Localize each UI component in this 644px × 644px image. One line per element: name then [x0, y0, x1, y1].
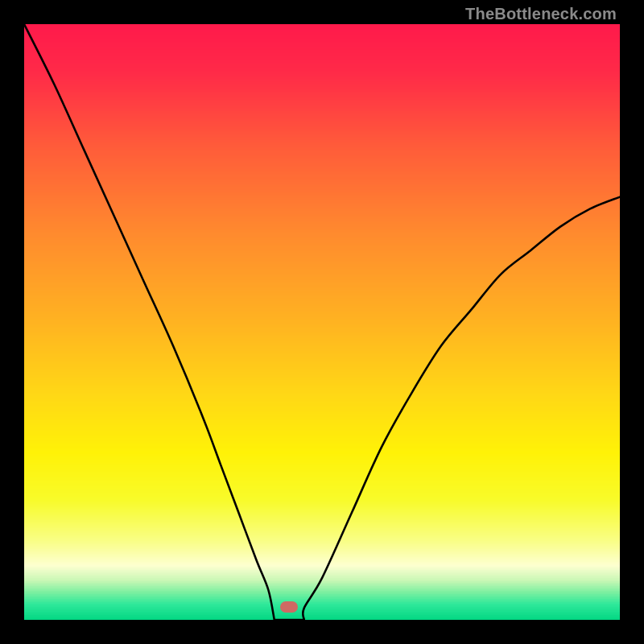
outer-frame: TheBottleneck.com [0, 0, 644, 644]
optimum-marker [280, 601, 298, 613]
bottleneck-curve [24, 24, 620, 620]
plot-area [24, 24, 620, 620]
watermark-text: TheBottleneck.com [465, 5, 617, 23]
